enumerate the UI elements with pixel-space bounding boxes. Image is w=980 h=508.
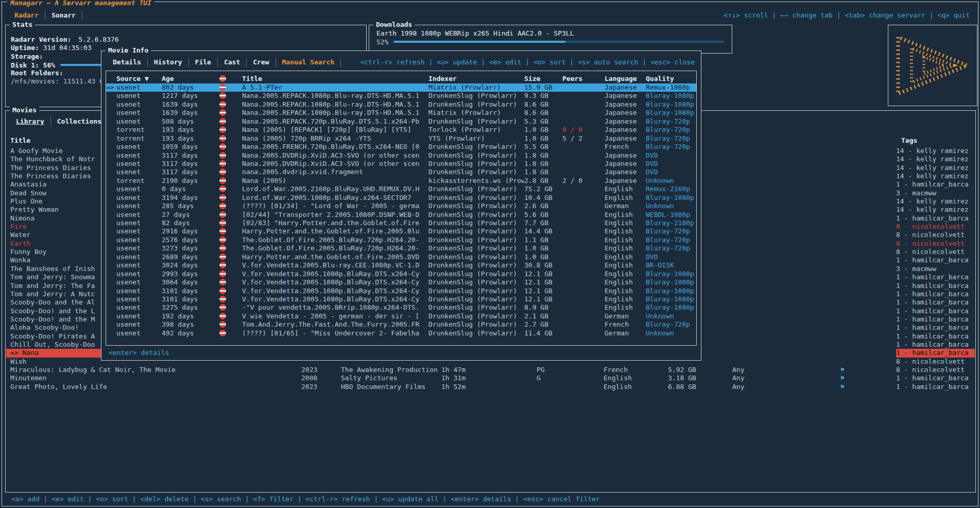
search-result-row[interactable]: usenet 398 days Tom.And.Jerry.The.Fast.A…	[106, 320, 696, 329]
search-result-row[interactable]: usenet 2916 days Harry.Potter.and.the.Go…	[106, 227, 696, 235]
movie-tag: 14 - kelly ramirez	[896, 155, 975, 163]
no-entry-icon	[219, 219, 242, 227]
no-entry-icon	[219, 143, 242, 151]
result-age: 2689 days	[162, 253, 219, 261]
search-result-row[interactable]: usenet 3101 days V.for.Vendetta.2005.108…	[106, 295, 696, 303]
result-quality: Bluray-720p	[646, 143, 696, 151]
no-entry-icon	[219, 134, 242, 143]
movie-info-tab[interactable]: Cast	[218, 58, 247, 67]
search-result-row[interactable]: usenet 82 days [02/83] "Harry.Potter.and…	[106, 219, 696, 227]
search-result-row[interactable]: usenet 3024 days V.for.Vendetta.2005.Blu…	[106, 261, 696, 269]
search-result-row[interactable]: usenet 3064 days V.for.Vendetta.2005.108…	[106, 278, 696, 286]
search-result-row[interactable]: usenet 3117 days Nana.2005.DVDRip.XviD.A…	[106, 151, 696, 160]
result-peers	[562, 211, 605, 219]
search-result-row[interactable]: usenet 3101 days V.for.Vendetta.2005.108…	[106, 287, 696, 295]
movie-min-availability	[732, 206, 835, 214]
servarr-tab[interactable]: Radarr	[8, 11, 45, 20]
movies-tab[interactable]: Library	[10, 117, 51, 126]
flag-icon	[835, 180, 896, 189]
result-source: usenet	[116, 219, 162, 227]
result-title: The.Goblet.Of.Fire.2005.BluRay.720p.H264…	[242, 236, 428, 244]
search-result-row[interactable]: torrent 193 days Nana (2005) 720p BRRip …	[106, 134, 696, 143]
selection-marker	[106, 329, 116, 337]
result-source: usenet	[116, 109, 162, 117]
search-result-row[interactable]: usenet 1639 days Nana.2005.REPACK.1080p.…	[106, 100, 696, 109]
no-entry-icon	[219, 185, 242, 193]
movie-info-tab[interactable]: History	[148, 58, 189, 67]
search-result-row[interactable]: torrent 2190 days Nana (2005) kickasstor…	[106, 177, 696, 185]
movie-row[interactable]: Great Photo, Lovely Life 2023 HBO Docume…	[6, 383, 975, 391]
movie-row[interactable]: Miraculous: Ladybug & Cat Noir, The Movi…	[6, 366, 975, 374]
no-entry-icon	[219, 126, 242, 134]
downloads-panel: Downloads Earth 1998 1080p WEBRip x265 H…	[369, 25, 732, 54]
result-title: Lord.of.War.2005.1080p.BluRay.x264-SECTO…	[242, 194, 428, 202]
search-result-row[interactable]: usenet 3194 days Lord.of.War.2005.1080p.…	[106, 194, 696, 202]
search-result-row[interactable]: usenet 508 days Nana.2005.REPACK.720p.Bl…	[106, 117, 696, 126]
search-result-row[interactable]: => usenet 802 days A 5.1-PTer Miatrix (P…	[106, 83, 696, 92]
selection-marker	[106, 261, 116, 269]
search-result-row[interactable]: usenet 1217 days Nana.2005.REPACK.1080p.…	[106, 92, 696, 100]
result-peers	[562, 329, 605, 337]
selection-marker: =>	[106, 83, 116, 92]
movie-info-tab[interactable]: File	[189, 58, 218, 67]
movie-size: 3.18 GB	[668, 374, 732, 382]
search-result-row[interactable]: usenet 1639 days Nana.2005.REPACK.1080p.…	[106, 109, 696, 117]
movie-tag: 8 - nicolecolvett	[896, 358, 975, 366]
result-quality: Unknown	[646, 329, 696, 337]
result-title: Harry.Potter.and.the.Goblet.of.Fire.2005…	[242, 253, 428, 261]
result-size: 8.6 GB	[524, 109, 562, 117]
selection-marker	[106, 320, 116, 329]
search-result-row[interactable]: usenet 2689 days Harry.Potter.and.the.Go…	[106, 253, 696, 261]
result-quality: BR-DISK	[646, 261, 696, 269]
flag-icon	[835, 248, 896, 256]
movie-info-tab[interactable]: Crew	[247, 58, 276, 67]
search-result-row[interactable]: usenet 0 days Lord.of.War.2005.2160p.Blu…	[106, 185, 696, 193]
result-language: English	[605, 219, 646, 227]
result-size: 8.6 GB	[524, 100, 562, 109]
no-entry-icon	[219, 227, 242, 235]
movie-min-availability	[732, 315, 835, 324]
search-result-row[interactable]: usenet 192 days V wie Vendetta - 2005 - …	[106, 312, 696, 320]
servarr-tab[interactable]: Sonarr	[45, 11, 82, 20]
search-result-row[interactable]: usenet 492 days (????) [01/65] - "Miss U…	[106, 329, 696, 337]
result-source: usenet	[116, 168, 162, 176]
search-result-row[interactable]: usenet 1059 days Nana.2005.FRENCH.720p.B…	[106, 143, 696, 151]
search-result-row[interactable]: usenet 285 days (????) [01/34] - "Lord o…	[106, 202, 696, 210]
movie-info-tab[interactable]: Details	[107, 58, 148, 67]
movies-keybindings: <a> add | <e> edit | <o> sort | <del> de…	[11, 495, 600, 503]
search-result-row[interactable]: usenet 27 days [02/44] "Transporter 2.20…	[106, 211, 696, 219]
result-quality: Bluray-1080p	[646, 109, 696, 117]
search-result-row[interactable]: usenet 3273 days The.Goblet.Of.Fire.2005…	[106, 244, 696, 252]
movie-row[interactable]: Minutemen 2008 Salty Pictures 1h 31m G E…	[6, 374, 975, 382]
movie-min-availability	[732, 256, 835, 264]
movies-tab[interactable]: Collections	[51, 117, 108, 126]
search-result-row[interactable]: usenet 3117 days Nana.2005.DVDRip.XviD.A…	[106, 160, 696, 168]
search-result-row[interactable]: usenet 2576 days The.Goblet.Of.Fire.2005…	[106, 236, 696, 244]
search-result-row[interactable]: usenet 2993 days V.for.Vendetta.2005.108…	[106, 270, 696, 278]
search-result-row[interactable]: torrent 193 days Nana (2005) [REPACK] [7…	[106, 126, 696, 134]
no-entry-icon	[219, 261, 242, 269]
result-title: Harry.Potter.and.the.Goblet.of.Fire.2005…	[242, 227, 428, 235]
result-age: 2916 days	[162, 227, 219, 235]
result-language: English	[605, 227, 646, 235]
result-size: 12.1 GB	[524, 270, 562, 278]
result-quality: DVD	[646, 160, 696, 168]
movie-info-tab[interactable]: Manual Search	[276, 58, 341, 67]
result-quality: Bluray-1080p	[646, 270, 696, 278]
movie-min-availability: Any	[732, 374, 835, 382]
result-age: 3101 days	[162, 295, 219, 303]
result-language: German	[605, 329, 646, 337]
search-result-row[interactable]: usenet 3275 days -"V pour vendetta.2005.…	[106, 303, 696, 312]
result-source: usenet	[116, 194, 162, 202]
result-age: 27 days	[162, 211, 219, 219]
result-quality: Bluray-2160p	[646, 219, 696, 227]
result-title: A 5.1-PTer	[242, 83, 428, 92]
movie-year: 2023	[301, 383, 341, 391]
no-entry-icon	[219, 83, 242, 92]
result-age: 492 days	[162, 329, 219, 337]
result-age: 3101 days	[162, 287, 219, 295]
search-result-row[interactable]: usenet 3117 days nana.2005.dvdrip.xvid.f…	[106, 168, 696, 176]
result-size: 30.8 GB	[524, 261, 562, 269]
result-source: usenet	[116, 83, 162, 92]
download-item[interactable]: Earth 1998 1080p WEBRip x265 Hindi AAC2.…	[376, 29, 725, 38]
